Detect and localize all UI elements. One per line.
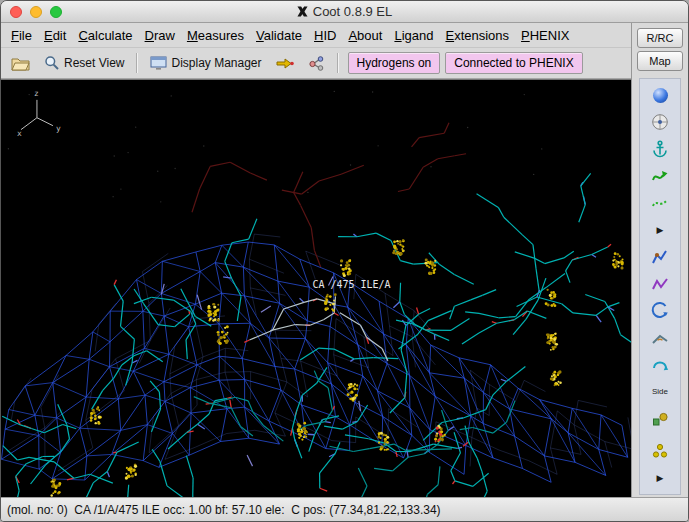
map-button[interactable]: Map xyxy=(637,51,683,71)
coot-window: Coot 0.8.9 EL File Edit Calculate Draw M… xyxy=(0,0,689,522)
svg-text:y: y xyxy=(56,124,61,133)
add-alt-conf-button[interactable] xyxy=(648,439,672,463)
modelling-toolbar: ▶ xyxy=(639,78,681,495)
mutate-button[interactable] xyxy=(648,407,672,431)
sphere-refine-button[interactable] xyxy=(648,83,672,107)
go-to-atom-button[interactable] xyxy=(270,52,300,75)
more-tools-icon: ▶ xyxy=(657,474,664,483)
menu-about[interactable]: About xyxy=(342,25,388,46)
more-tools-button[interactable]: ▶ xyxy=(648,466,672,490)
rrc-button[interactable]: R/RC xyxy=(637,28,683,48)
rotamers-button[interactable] xyxy=(648,272,672,296)
rotamers-icon xyxy=(650,274,670,294)
rotate-translate-button[interactable] xyxy=(648,110,672,134)
expander-more-button[interactable]: ▶ xyxy=(648,218,672,242)
go-to-atom-arrow-icon xyxy=(276,56,294,71)
real-space-refine-button[interactable] xyxy=(648,164,672,188)
minimize-button[interactable] xyxy=(30,6,42,18)
sphere-refine-icon xyxy=(653,88,668,103)
auto-fit-rotamer-button[interactable] xyxy=(648,245,672,269)
status-bar: (mol. no: 0) CA /1/A/475 ILE occ: 1.00 b… xyxy=(1,497,688,521)
flip-peptide-icon xyxy=(650,355,670,375)
gl-canvas[interactable]: xyzCA /475 ILE/A xyxy=(1,79,631,497)
regularize-zone-icon xyxy=(650,193,670,213)
x11-icon xyxy=(297,6,308,17)
window-title: Coot 0.8.9 EL xyxy=(313,4,393,19)
toolbar-separator xyxy=(337,53,339,73)
menubar: File Edit Calculate Draw Measures Valida… xyxy=(1,23,631,48)
titlebar: Coot 0.8.9 EL xyxy=(1,1,688,23)
menu-ligand[interactable]: Ligand xyxy=(388,25,439,46)
toolbar: Reset View Display Manager xyxy=(1,48,631,79)
regularize-zone-button[interactable] xyxy=(648,191,672,215)
torsion-general-icon xyxy=(650,328,670,348)
rigid-body-fit-button[interactable] xyxy=(648,137,672,161)
atom-label: CA /475 ILE/A xyxy=(313,280,391,291)
ligand-atoms-icon xyxy=(308,55,325,71)
menu-extensions[interactable]: Extensions xyxy=(439,25,515,46)
menu-measures[interactable]: Measures xyxy=(181,25,250,46)
menu-draw[interactable]: Draw xyxy=(139,25,181,46)
flip-peptide-button[interactable] xyxy=(648,353,672,377)
traffic-lights xyxy=(10,6,62,18)
edit-chi-angles-button[interactable] xyxy=(648,299,672,323)
magnifier-icon xyxy=(44,55,60,71)
zoom-button[interactable] xyxy=(50,6,62,18)
menu-file[interactable]: File xyxy=(5,25,38,46)
menu-hid[interactable]: HID xyxy=(308,25,342,46)
rotate-translate-icon xyxy=(650,112,670,132)
toolbar-separator xyxy=(136,53,138,73)
go-to-ligand-button[interactable] xyxy=(302,51,331,75)
scene-svg: xyzCA /475 ILE/A xyxy=(1,80,631,497)
menu-edit[interactable]: Edit xyxy=(38,25,72,46)
main-column: File Edit Calculate Draw Measures Valida… xyxy=(1,23,631,497)
reset-view-button[interactable]: Reset View xyxy=(38,51,130,75)
body-row: File Edit Calculate Draw Measures Valida… xyxy=(1,23,688,497)
phenix-connection-button[interactable]: Connected to PHENIX xyxy=(445,52,582,74)
hydrogens-toggle-button[interactable]: Hydrogens on xyxy=(348,52,441,74)
real-space-refine-icon xyxy=(650,166,670,186)
rigid-body-fit-icon xyxy=(650,139,670,159)
close-button[interactable] xyxy=(10,6,22,18)
menu-validate[interactable]: Validate xyxy=(250,25,308,46)
side-chain-flip-icon: Side xyxy=(652,388,668,396)
reset-view-label: Reset View xyxy=(64,56,124,70)
menu-calculate[interactable]: Calculate xyxy=(72,25,138,46)
open-folder-icon xyxy=(11,56,30,71)
mutate-icon xyxy=(650,409,670,429)
status-text: (mol. no: 0) CA /1/A/475 ILE occ: 1.00 b… xyxy=(7,503,441,517)
display-manager-icon xyxy=(150,56,167,70)
auto-fit-rotamer-icon xyxy=(650,247,670,267)
add-alt-conf-icon xyxy=(650,441,670,461)
open-coordinates-button[interactable] xyxy=(5,52,36,75)
right-sidebar: R/RC Map xyxy=(631,23,688,497)
side-chain-flip-button[interactable]: Side xyxy=(648,380,672,404)
title-wrap: Coot 0.8.9 EL xyxy=(1,4,688,19)
display-manager-button[interactable]: Display Manager xyxy=(144,52,267,74)
torsion-general-button[interactable] xyxy=(648,326,672,350)
svg-text:z: z xyxy=(34,89,39,98)
edit-chi-angles-icon xyxy=(650,301,670,321)
expander-more-icon: ▶ xyxy=(657,226,664,235)
display-manager-label: Display Manager xyxy=(171,56,261,70)
menu-phenix[interactable]: PHENIX xyxy=(515,25,575,46)
svg-text:x: x xyxy=(17,129,22,138)
